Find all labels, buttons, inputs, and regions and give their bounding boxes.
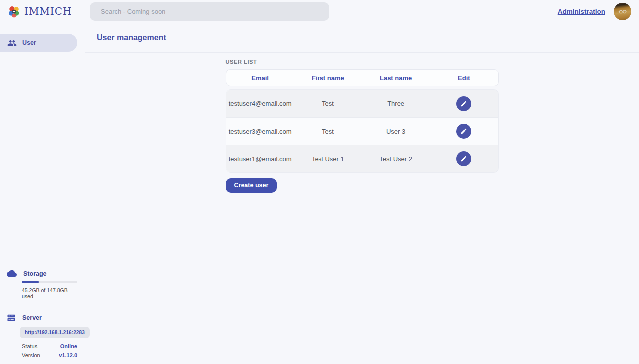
search-bar: [90, 2, 329, 21]
server-icon: [7, 313, 16, 322]
user-list-label: USER LIST: [226, 59, 499, 65]
sidebar-item-label: User: [22, 39, 36, 46]
sidebar: User Storage 45.2GB of 147.8GB used: [0, 23, 85, 364]
column-header-email: Email: [226, 74, 294, 82]
cloud-icon: [7, 270, 17, 277]
storage-usage-text: 45.2GB of 147.8GB used: [22, 287, 77, 299]
table-row: testuser4@email.com Test Three: [226, 90, 498, 117]
column-header-first-name: First name: [294, 74, 362, 82]
cell-first-name: Test: [294, 100, 362, 107]
status-value: Online: [60, 343, 77, 349]
status-label: Status: [22, 343, 37, 349]
cell-last-name: Three: [362, 100, 430, 107]
edit-user-button[interactable]: [456, 151, 471, 166]
version-value: v1.12.0: [59, 352, 77, 358]
search-input[interactable]: [90, 2, 329, 21]
user-table-body: testuser4@email.com Test Three testuser3…: [226, 89, 499, 173]
edit-user-button[interactable]: [456, 96, 471, 111]
sidebar-item-user[interactable]: User: [0, 34, 77, 52]
administration-link[interactable]: Administration: [558, 8, 605, 15]
version-label: Version: [22, 352, 40, 358]
header-right: Administration: [558, 3, 639, 20]
server-version-row: Version v1.12.0: [22, 352, 77, 358]
sidebar-bottom: Storage 45.2GB of 147.8GB used Serv: [0, 270, 85, 358]
cell-first-name: Test User 1: [294, 155, 362, 163]
flower-logo-icon: [7, 5, 21, 18]
users-icon: [7, 38, 17, 48]
main-content: User management USER LIST Email First na…: [85, 23, 639, 364]
storage-progress-fill: [22, 281, 39, 283]
storage-progress-bar: [22, 281, 77, 283]
server-title: Server: [22, 314, 42, 321]
storage-section-header: Storage: [7, 270, 77, 277]
table-row: testuser1@email.com Test User 1 Test Use…: [226, 145, 498, 172]
top-header: IMMICH Administration: [0, 0, 639, 23]
cell-email: testuser3@email.com: [226, 128, 294, 135]
column-header-last-name: Last name: [362, 74, 430, 82]
sidebar-divider: [7, 306, 77, 306]
server-section-header: Server: [7, 313, 77, 322]
pencil-icon: [460, 155, 467, 162]
pencil-icon: [460, 100, 467, 107]
cell-email: testuser4@email.com: [226, 100, 294, 107]
edit-user-button[interactable]: [456, 124, 471, 139]
create-user-button[interactable]: Create user: [226, 178, 277, 193]
server-status-row: Status Online: [22, 343, 77, 349]
cell-email: testuser1@email.com: [226, 155, 294, 163]
storage-title: Storage: [23, 270, 47, 277]
glasses-photo-detail: [617, 6, 628, 17]
app-title: IMMICH: [24, 5, 72, 17]
table-row: testuser3@email.com Test User 3: [226, 117, 498, 145]
app-logo[interactable]: IMMICH: [0, 5, 72, 18]
page-title: User management: [97, 33, 166, 42]
user-table-header: Email First name Last name Edit: [226, 69, 499, 86]
pencil-icon: [460, 128, 467, 135]
title-bar: User management: [85, 23, 639, 53]
cell-last-name: User 3: [362, 128, 430, 135]
server-url-badge: http://192.168.1.216:2283: [20, 327, 90, 338]
cell-first-name: Test: [294, 128, 362, 135]
avatar[interactable]: [614, 3, 631, 20]
cell-last-name: Test User 2: [362, 155, 430, 163]
column-header-edit: Edit: [430, 74, 498, 82]
